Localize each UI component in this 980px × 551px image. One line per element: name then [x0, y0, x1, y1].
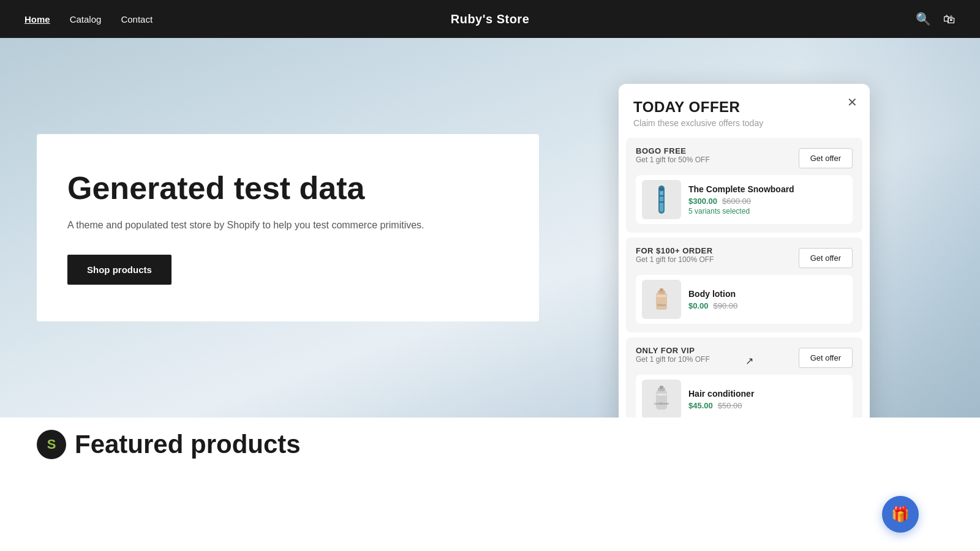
get-offer-hundred-button[interactable]: Get offer: [799, 248, 853, 268]
conditioner-price-old: $50.00: [718, 401, 742, 410]
offer-bogo-desc: Get 1 gift for 50% OFF: [636, 156, 710, 164]
snowboard-price-new: $300.00: [688, 197, 717, 206]
hero-title: Generated test data: [67, 171, 502, 206]
offer-vip-title: Only for VIP: [636, 346, 710, 355]
conditioner-info: Hair conditioner $45.00 $50.00: [688, 389, 846, 410]
offer-vip-desc: Get 1 gift for 10% OFF: [636, 355, 710, 364]
offer-modal-title: TODAY OFFER: [633, 99, 855, 116]
snowboard-prices: $300.00 $600.00: [688, 197, 846, 206]
offer-section-hundred: For $100+ order Get 1 gift for 100% OFF …: [626, 238, 862, 332]
lotion-price-new: $0.00: [688, 301, 709, 310]
offer-section-bogo-header: BOGO FREE Get 1 gift for 50% OFF Get off…: [636, 146, 853, 170]
lotion-image: lotion: [642, 280, 681, 319]
conditioner-image: conditioner: [642, 380, 681, 418]
shopify-badge: S: [37, 430, 66, 459]
nav-links: Home Catalog Contact: [24, 14, 153, 24]
offer-modal-subtitle: Claim these exclusive offers today: [633, 118, 855, 128]
offer-product-conditioner: conditioner Hair conditioner $45.00 $50.…: [636, 375, 853, 418]
nav-catalog[interactable]: Catalog: [70, 14, 102, 24]
svg-rect-7: [660, 288, 663, 291]
svg-rect-8: [657, 295, 666, 297]
hero-subtitle: A theme and populated test store by Shop…: [67, 218, 502, 233]
snowboard-price-old: $600.00: [722, 197, 751, 206]
svg-rect-13: [657, 394, 666, 395]
nav-home[interactable]: Home: [24, 14, 50, 24]
nav-contact[interactable]: Contact: [121, 14, 153, 24]
svg-rect-4: [659, 201, 664, 203]
get-offer-bogo-button[interactable]: Get offer: [799, 148, 853, 168]
featured-title-container: S Featured products: [37, 430, 943, 459]
snowboard-name: The Complete Snowboard: [688, 184, 846, 194]
snowboard-variants: 5 variants selected: [688, 207, 846, 216]
cart-icon[interactable]: 🛍: [943, 12, 956, 26]
gift-icon: 🎁: [891, 506, 910, 523]
offer-modal-body[interactable]: BOGO FREE Get 1 gift for 50% OFF Get off…: [619, 133, 870, 418]
svg-text:lotion: lotion: [657, 303, 666, 307]
svg-point-2: [659, 187, 664, 191]
offer-modal-header: TODAY OFFER Claim these exclusive offers…: [619, 84, 870, 133]
shop-products-button[interactable]: Shop products: [67, 255, 172, 285]
featured-products-title: Featured products: [75, 430, 301, 459]
get-offer-vip-button[interactable]: Get offer: [799, 348, 853, 368]
conditioner-price-new: $45.00: [688, 401, 713, 410]
svg-rect-3: [659, 195, 664, 197]
offer-hundred-desc: Get 1 gift for 100% OFF: [636, 255, 714, 264]
store-title: Ruby's Store: [451, 12, 530, 26]
snowboard-image: [642, 180, 681, 219]
offer-product-lotion: lotion Body lotion $0.00 $90.00: [636, 275, 853, 324]
offer-modal: TODAY OFFER Claim these exclusive offers…: [619, 84, 870, 418]
offer-section-vip: Only for VIP Get 1 gift for 10% OFF Get …: [626, 337, 862, 418]
offer-section-hundred-header: For $100+ order Get 1 gift for 100% OFF …: [636, 246, 853, 270]
svg-rect-10: [656, 390, 667, 410]
offer-close-button[interactable]: ✕: [847, 96, 858, 108]
offer-product-snowboard: The Complete Snowboard $300.00 $600.00 5…: [636, 175, 853, 224]
navbar: Home Catalog Contact Ruby's Store 🔍 🛍: [0, 0, 980, 38]
offer-bogo-title: BOGO FREE: [636, 146, 710, 156]
hero-section: Generated test data A theme and populate…: [0, 38, 980, 418]
hero-card: Generated test data A theme and populate…: [37, 134, 539, 321]
svg-text:conditioner: conditioner: [654, 402, 669, 405]
conditioner-name: Hair conditioner: [688, 389, 846, 399]
offer-section-bogo: BOGO FREE Get 1 gift for 50% OFF Get off…: [626, 138, 862, 233]
snowboard-info: The Complete Snowboard $300.00 $600.00 5…: [688, 184, 846, 216]
offer-hundred-title: For $100+ order: [636, 246, 714, 255]
lotion-name: Body lotion: [688, 289, 846, 299]
featured-section: S Featured products: [0, 418, 980, 459]
lotion-prices: $0.00 $90.00: [688, 301, 846, 310]
lotion-info: Body lotion $0.00 $90.00: [688, 289, 846, 310]
search-icon[interactable]: 🔍: [916, 12, 931, 26]
nav-icons: 🔍 🛍: [916, 12, 956, 26]
conditioner-prices: $45.00 $50.00: [688, 401, 846, 410]
gift-float-button[interactable]: 🎁: [882, 496, 919, 533]
svg-rect-12: [660, 386, 663, 389]
offer-section-vip-header: Only for VIP Get 1 gift for 10% OFF Get …: [636, 346, 853, 370]
lotion-price-old: $90.00: [714, 301, 738, 310]
